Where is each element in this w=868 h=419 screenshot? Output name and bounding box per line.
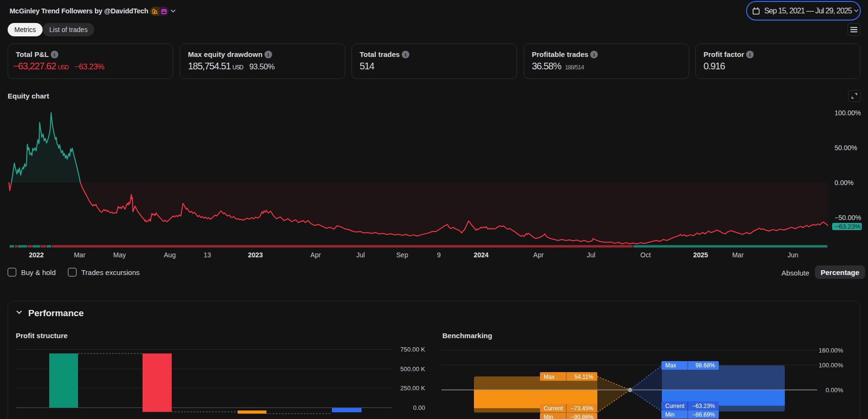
svg-text:0.00%: 0.00% [825, 386, 843, 394]
svg-text:−63.23%: −63.23% [692, 403, 715, 409]
svg-text:100.00%: 100.00% [819, 362, 844, 369]
svg-text:Max: Max [544, 374, 555, 380]
svg-text:0.00: 0.00 [413, 404, 425, 411]
svg-text:−86.69%: −86.69% [692, 411, 715, 418]
svg-text:Current: Current [544, 405, 563, 412]
svg-text:−73.45%: −73.45% [571, 405, 593, 412]
svg-text:Current: Current [665, 403, 685, 409]
svg-text:−90.86%: −90.86% [571, 414, 593, 419]
svg-text:Max: Max [665, 362, 676, 369]
svg-text:98.68%: 98.68% [695, 362, 715, 369]
svg-text:160.00%: 160.00% [819, 347, 844, 354]
svg-text:54.11%: 54.11% [574, 374, 593, 380]
svg-text:Min: Min [665, 411, 674, 418]
svg-text:500.00 K: 500.00 K [400, 365, 425, 373]
svg-text:Min: Min [544, 414, 553, 419]
svg-text:750.00 K: 750.00 K [400, 346, 425, 353]
svg-text:250.00 K: 250.00 K [400, 385, 425, 392]
